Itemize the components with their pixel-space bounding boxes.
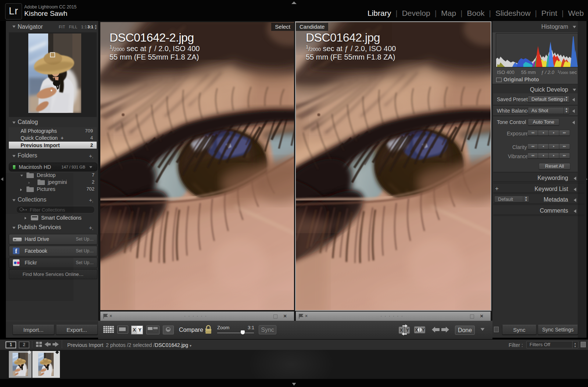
- svg-text:X: X: [400, 328, 403, 333]
- svg-text:Y: Y: [422, 327, 425, 333]
- svg-text:Y: Y: [406, 328, 409, 333]
- svg-text:X: X: [415, 327, 418, 333]
